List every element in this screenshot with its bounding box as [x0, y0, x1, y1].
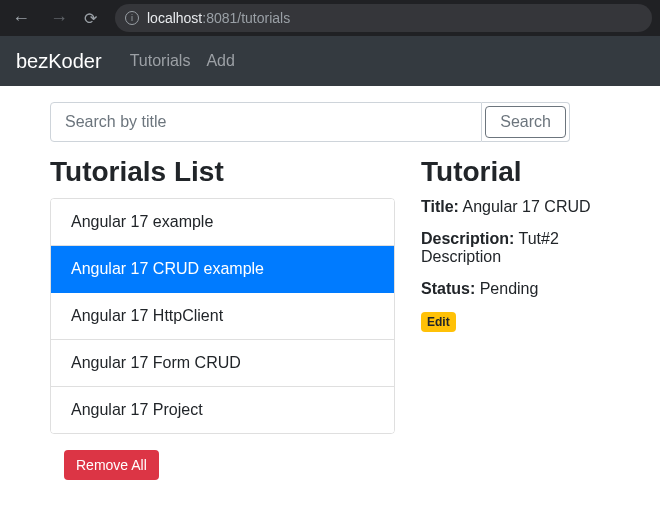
detail-status: Status: Pending: [421, 280, 610, 298]
search-button[interactable]: Search: [485, 106, 566, 138]
info-icon: i: [125, 11, 139, 25]
browser-chrome: ← → ⟳ i localhost:8081/tutorials: [0, 0, 660, 36]
forward-icon[interactable]: →: [46, 6, 72, 31]
list-item[interactable]: Angular 17 example: [51, 199, 394, 246]
search-input[interactable]: [50, 102, 482, 142]
reload-icon[interactable]: ⟳: [84, 9, 97, 28]
list-item[interactable]: Angular 17 Project: [51, 387, 394, 433]
url-bar[interactable]: i localhost:8081/tutorials: [115, 4, 652, 32]
nav-link-add[interactable]: Add: [206, 52, 234, 70]
detail-title: Title: Angular 17 CRUD: [421, 198, 610, 216]
tutorials-list: Angular 17 example Angular 17 CRUD examp…: [50, 198, 395, 434]
list-item[interactable]: Angular 17 HttpClient: [51, 293, 394, 340]
detail-description: Description: Tut#2 Description: [421, 230, 610, 266]
back-icon[interactable]: ←: [8, 6, 34, 31]
search-row: Search: [50, 102, 570, 142]
nav-link-tutorials[interactable]: Tutorials: [130, 52, 191, 70]
search-button-wrap: Search: [482, 102, 570, 142]
navbar: bezKoder Tutorials Add: [0, 36, 660, 86]
list-item[interactable]: Angular 17 CRUD example: [51, 246, 394, 293]
brand[interactable]: bezKoder: [16, 50, 102, 73]
remove-all-button[interactable]: Remove All: [64, 450, 159, 480]
detail-heading: Tutorial: [421, 156, 610, 188]
list-item[interactable]: Angular 17 Form CRUD: [51, 340, 394, 387]
url-text: localhost:8081/tutorials: [147, 10, 290, 26]
edit-button[interactable]: Edit: [421, 312, 456, 332]
list-heading: Tutorials List: [50, 156, 395, 188]
